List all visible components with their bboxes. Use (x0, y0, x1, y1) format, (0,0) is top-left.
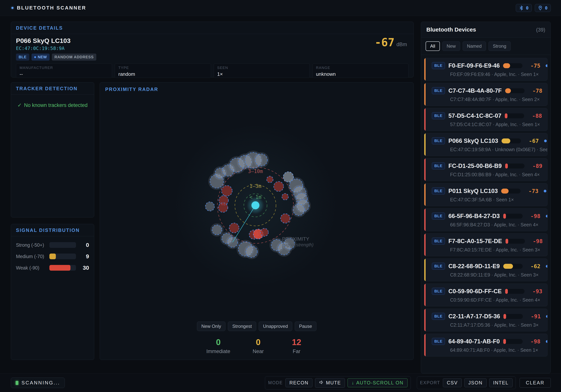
signal-strength-bar (502, 139, 521, 143)
device-subtext: EC:47:0C:3F:5A:6B · Seen 1× (450, 197, 543, 202)
location-count-badge[interactable]: 0 (535, 4, 551, 12)
device-node-gray[interactable] (293, 204, 304, 216)
top-bar: BLUETOOTH SCANNER 0 0 (0, 0, 561, 16)
device-node-red[interactable] (229, 223, 239, 233)
status-dot (546, 315, 548, 318)
signal-bar-track (49, 242, 76, 248)
left-stack: TRACKER DETECTION ✓ No known trackers de… (11, 82, 94, 360)
device-node-red[interactable] (260, 228, 268, 236)
device-node-gray[interactable] (205, 202, 215, 211)
radar-proximity-stats: 0Immediate0Near12Far (100, 338, 413, 354)
tab-named[interactable]: Named (463, 41, 486, 51)
tracker-header: TRACKER DETECTION (11, 82, 94, 95)
radar-filter-pause[interactable]: Pause (295, 322, 316, 331)
device-name: C8-22-68-9D-11-E9 (448, 263, 500, 270)
signal-strength-fill (503, 264, 513, 269)
device-node-red[interactable] (267, 176, 273, 183)
device-list-item[interactable]: BLEP066 SkyQ LC103-67EC:47:0C:19:58:9A ·… (424, 133, 548, 156)
tab-new[interactable]: New (442, 41, 460, 51)
signal-bar-track (49, 265, 76, 271)
tracker-status-text: No known trackers detected (24, 102, 87, 108)
bluetooth-icon (519, 6, 524, 11)
device-accent-bar (424, 83, 426, 106)
field-label: TYPE (118, 66, 207, 70)
device-list-item[interactable]: BLEC7-C7-4B-4A-80-7F-78C7:C7:4B:4A:80:7F… (424, 83, 548, 106)
radar-filter-new-only[interactable]: New Only (197, 322, 226, 331)
device-node-gray[interactable] (212, 225, 222, 235)
device-row-main: BLE57-D5-C4-1C-8C-07-88 (432, 112, 543, 119)
device-node-red[interactable] (280, 214, 290, 223)
proximity-stat-near: 0Near (248, 338, 269, 354)
device-name: 64-89-40-71-AB-F0 (448, 338, 500, 345)
tab-all[interactable]: All (426, 41, 440, 51)
signal-strength-fill (505, 289, 508, 294)
device-list-item[interactable]: BLE64-89-40-71-AB-F0-9864:89:40:71:AB:F0… (424, 334, 548, 357)
app-status-dot (11, 7, 13, 9)
signal-row-label: Medium (-70) (16, 254, 49, 259)
speaker-icon (319, 380, 324, 386)
ble-badge: BLE (432, 213, 445, 219)
signal-strength-fill (502, 139, 510, 143)
signal-distribution-panel: SIGNAL DISTRIBUTION Strong (-50+)0Medium… (11, 224, 94, 360)
device-details-title: DEVICE DETAILS (16, 25, 63, 31)
device-list-item[interactable]: BLE66-5F-96-B4-27-D3-9866:5F:96:B4:27:D3… (424, 208, 548, 231)
device-row-main: BLEC2-11-A7-17-D5-36-91 (432, 313, 543, 320)
field-value: unknown (316, 71, 405, 77)
scanning-label: SCANNING... (22, 380, 60, 386)
device-subtext: EC:47:0C:19:58:9A · Unknown (0x06E7) · S… (450, 147, 543, 152)
device-node-gray[interactable] (255, 154, 267, 166)
field-value: -- (20, 71, 108, 77)
device-list-item[interactable]: BLEC0-59-90-6D-FF-CE-93C0:59:90:6D:FF:CE… (424, 283, 548, 306)
device-list-item[interactable]: BLEFC-D1-25-00-B6-B9-89FC:D1:25:00:B6:B9… (424, 158, 548, 181)
device-list-item[interactable]: BLEF7-8C-A0-15-7E-DE-98F7:8C:A0:15:7E:DE… (424, 233, 548, 256)
signal-row-label: Strong (-50+) (16, 242, 49, 248)
mode-button[interactable]: RECON (285, 378, 313, 387)
device-list-item[interactable]: BLEC8-22-68-9D-11-E9-62C8:22:68:9D:11:E9… (424, 259, 548, 281)
device-rssi: -75 (526, 63, 540, 69)
device-rssi: -89 (528, 163, 542, 169)
signal-strength-bar (503, 339, 523, 344)
bottom-bar: SCANNING... MODE RECON MUTE ↓ AUTO-SCROL… (0, 373, 561, 392)
device-list-item[interactable]: BLEC2-11-A7-17-D5-36-91C2:11:A7:17:D5:36… (424, 309, 548, 331)
device-details-header: DEVICE DETAILS (11, 22, 413, 34)
signal-strength-fill (506, 239, 508, 244)
export-intel-button[interactable]: INTEL (489, 378, 513, 387)
rssi-value: -67 (375, 36, 395, 49)
export-csv-button[interactable]: CSV (443, 378, 462, 387)
tab-strong[interactable]: Strong (488, 41, 511, 51)
device-node-red[interactable] (222, 185, 232, 196)
radar-visualization: < 1m1–3m3–10m PROXIMITY (signal strength… (100, 93, 413, 322)
sidebar-title: Bluetooth Devices (426, 26, 476, 33)
signal-header: SIGNAL DISTRIBUTION (11, 224, 94, 236)
radar-title: PROXIMITY RADAR (105, 87, 158, 92)
device-node-gray[interactable] (246, 246, 257, 257)
tracker-status: ✓ No known trackers detected (11, 102, 94, 108)
device-node-red[interactable] (218, 203, 228, 212)
export-buttons: CSVJSONINTEL (443, 378, 513, 387)
rssi-unit: dBm (396, 42, 407, 47)
clear-button[interactable]: CLEAR (520, 378, 551, 388)
stat-label: Near (248, 348, 269, 354)
radar-filter-strongest[interactable]: Strongest (228, 322, 256, 331)
sidebar-header: Bluetooth Devices (39) (421, 22, 550, 38)
device-list-item[interactable]: BLEP011 SkyQ LC103-73EC:47:0C:3F:5A:6B ·… (424, 183, 548, 206)
autoscroll-button[interactable]: ↓ AUTO-SCROLL ON (347, 378, 407, 387)
mute-button[interactable]: MUTE (315, 378, 345, 388)
topbar-badges: 0 0 (516, 4, 551, 12)
device-name: C2-11-A7-17-D5-36 (448, 313, 500, 320)
device-rssi: -98 (526, 338, 540, 345)
device-list-item[interactable]: BLEF0-EF-09-F6-E9-46-75F0:EF:09:F6:E9:46… (424, 58, 548, 81)
device-name: C7-C7-4B-4A-80-7F (448, 87, 502, 94)
device-row-main: BLE66-5F-96-B4-27-D3-98 (432, 213, 543, 219)
device-node-red[interactable] (282, 194, 288, 200)
device-list-item[interactable]: BLE57-D5-C4-1C-8C-07-8857:D5:C4:1C:8C:07… (424, 108, 548, 131)
device-subtext: C8:22:68:9D:11:E9 · Apple, Inc. · Seen 3… (450, 272, 543, 278)
export-json-button[interactable]: JSON (464, 378, 486, 387)
location-count: 0 (545, 6, 548, 11)
device-node-red[interactable] (274, 182, 283, 191)
device-badge-new: NEW (32, 54, 50, 61)
bluetooth-count-badge[interactable]: 0 (516, 4, 532, 12)
field-label: SEEN (217, 66, 306, 70)
device-badge-random-address: RANDOM ADDRESS (52, 54, 97, 61)
radar-filter-unapproved[interactable]: Unapproved (259, 322, 292, 331)
